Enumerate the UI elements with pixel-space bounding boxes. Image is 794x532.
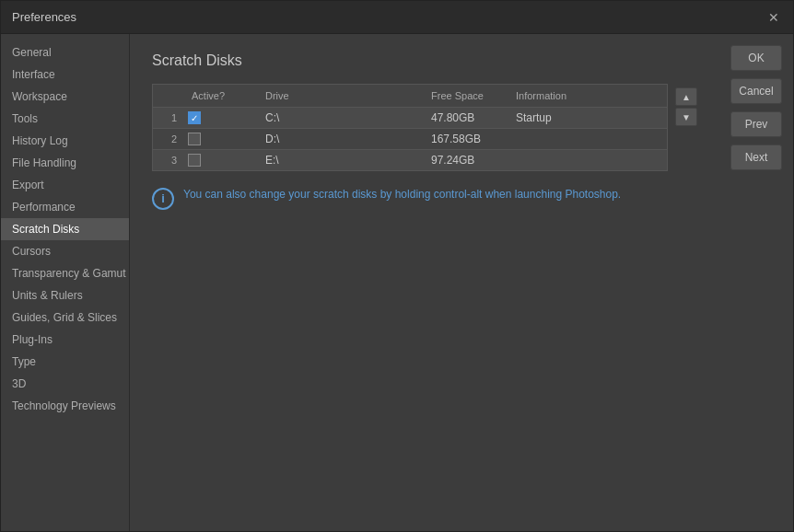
sidebar-item-type[interactable]: Type xyxy=(1,351,129,373)
sidebar-item-history-log[interactable]: History Log xyxy=(1,130,129,152)
sidebar-item-general[interactable]: General xyxy=(1,41,129,64)
freespace-cell: 97.24GB xyxy=(427,154,512,167)
sidebar-item-transparency-gamut[interactable]: Transparency & Gamut xyxy=(1,262,129,284)
freespace-cell: 167.58GB xyxy=(427,133,512,145)
sidebar-item-file-handling[interactable]: File Handling xyxy=(1,152,129,174)
sidebar-item-export[interactable]: Export xyxy=(1,174,129,196)
move-down-button[interactable]: ▼ xyxy=(675,108,697,126)
drive-cell: D:\ xyxy=(262,133,427,145)
preferences-dialog: Preferences ✕ GeneralInterfaceWorkspaceT… xyxy=(0,0,794,532)
sidebar-item-performance[interactable]: Performance xyxy=(1,196,129,218)
checkbox-indicator xyxy=(188,133,201,145)
info-text: You can also change your scratch disks b… xyxy=(183,186,621,202)
sidebar-item-units-rulers[interactable]: Units & Rulers xyxy=(1,284,129,306)
sidebar: GeneralInterfaceWorkspaceToolsHistory Lo… xyxy=(1,34,130,531)
row-number: 1 xyxy=(160,112,188,123)
sidebar-item-3d[interactable]: 3D xyxy=(1,373,129,395)
right-panel: OK Cancel Prev Next xyxy=(719,34,793,531)
checkbox-indicator xyxy=(188,154,201,167)
drive-cell: C:\ xyxy=(262,111,427,124)
title-bar: Preferences ✕ xyxy=(1,1,793,34)
sidebar-item-guides-grid-slices[interactable]: Guides, Grid & Slices xyxy=(1,306,129,329)
sidebar-item-tools[interactable]: Tools xyxy=(1,108,129,130)
table-wrap: Active? Drive Free Space Information 1C:… xyxy=(152,84,668,171)
table-row[interactable]: 3E:\97.24GB xyxy=(153,150,667,170)
info-icon: i xyxy=(152,188,174,210)
col-active-header: Active? xyxy=(188,88,262,103)
row-checkbox[interactable] xyxy=(188,133,262,145)
main-content: Scratch Disks Active? Drive Free Space I… xyxy=(130,34,719,531)
arrows-container: ▲ ▼ xyxy=(675,87,697,171)
sidebar-item-technology-previews[interactable]: Technology Previews xyxy=(1,395,129,417)
sidebar-item-workspace[interactable]: Workspace xyxy=(1,86,129,108)
table-with-arrows: Active? Drive Free Space Information 1C:… xyxy=(152,84,697,171)
info-cell: Startup xyxy=(512,111,660,124)
cancel-button[interactable]: Cancel xyxy=(730,78,782,104)
dialog-title: Preferences xyxy=(12,10,765,24)
row-checkbox[interactable] xyxy=(188,111,262,124)
next-button[interactable]: Next xyxy=(730,145,782,170)
table-row[interactable]: 2D:\167.58GB xyxy=(153,129,667,150)
dialog-body: GeneralInterfaceWorkspaceToolsHistory Lo… xyxy=(1,34,793,531)
checkbox-indicator xyxy=(188,111,201,124)
table-row[interactable]: 1C:\47.80GBStartup xyxy=(153,108,667,129)
freespace-cell: 47.80GB xyxy=(427,111,512,124)
info-box: i You can also change your scratch disks… xyxy=(152,186,697,210)
action-buttons: OK Cancel Prev Next xyxy=(730,45,782,170)
row-number: 3 xyxy=(160,155,188,166)
sidebar-item-scratch-disks[interactable]: Scratch Disks xyxy=(1,218,129,240)
ok-button[interactable]: OK xyxy=(730,45,782,71)
scratch-disk-table: Active? Drive Free Space Information 1C:… xyxy=(152,84,668,171)
section-title: Scratch Disks xyxy=(152,52,697,69)
sidebar-item-interface[interactable]: Interface xyxy=(1,64,129,86)
row-number: 2 xyxy=(160,133,188,145)
close-button[interactable]: ✕ xyxy=(765,9,782,26)
col-freespace-header: Free Space xyxy=(427,88,512,103)
drive-cell: E:\ xyxy=(262,154,427,167)
col-drive-header: Drive xyxy=(262,88,427,103)
sidebar-item-cursors[interactable]: Cursors xyxy=(1,240,129,262)
row-checkbox[interactable] xyxy=(188,154,262,167)
table-header: Active? Drive Free Space Information xyxy=(153,85,667,108)
move-up-button[interactable]: ▲ xyxy=(675,87,697,106)
prev-button[interactable]: Prev xyxy=(730,111,782,137)
col-num-header xyxy=(160,88,188,103)
sidebar-item-plug-ins[interactable]: Plug-Ins xyxy=(1,329,129,351)
col-info-header: Information xyxy=(512,88,660,103)
